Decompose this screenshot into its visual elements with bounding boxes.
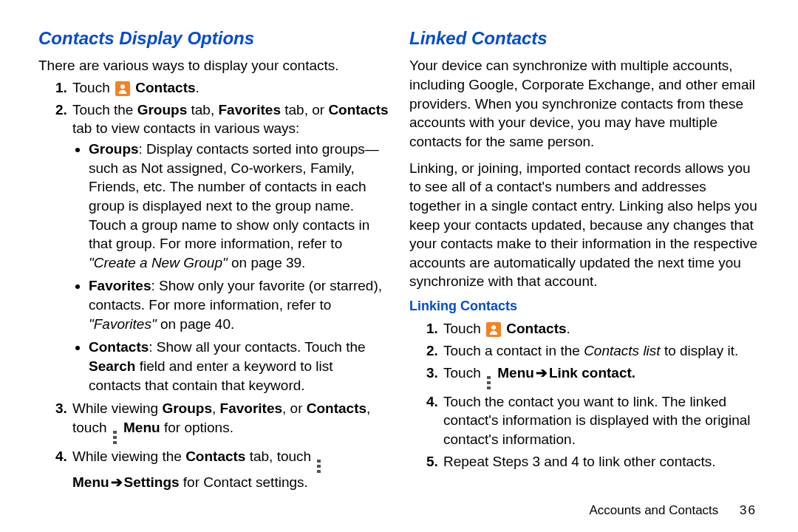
text: on page 40. — [157, 316, 235, 332]
text: tab to view contacts in various ways: — [72, 120, 299, 136]
groups-bold: Groups — [162, 400, 212, 416]
text: for options. — [160, 420, 233, 435]
menu-label: Menu — [497, 365, 534, 381]
text: While viewing — [72, 400, 162, 416]
text: Touch — [443, 321, 485, 336]
left-column: Contacts Display Options There are vario… — [38, 27, 389, 495]
text: , — [212, 400, 220, 416]
manual-page: Contacts Display Options There are vario… — [0, 0, 798, 532]
menu-icon — [113, 431, 117, 444]
linked-para-1: Your device can synchronize with multipl… — [409, 56, 760, 151]
two-column-layout: Contacts Display Options There are vario… — [38, 27, 760, 495]
intro-text: There are various ways to display your c… — [38, 56, 389, 75]
heading-linked-contacts: Linked Contacts — [409, 27, 760, 50]
text: tab, — [187, 102, 218, 117]
page-footer: Accounts and Contacts 36 — [38, 495, 760, 519]
right-step-3: Touch Menu➔Link contact. — [442, 364, 760, 389]
favorites-bold: Favorites — [220, 400, 282, 416]
menu-icon — [317, 460, 321, 473]
text: for Contact settings. — [180, 474, 308, 490]
menu-icon — [487, 376, 491, 389]
text: : Show all your contacts. Touch the — [149, 339, 365, 355]
contacts-label: Contacts — [135, 80, 195, 95]
menu-label: Menu — [123, 420, 160, 435]
settings-label: Settings — [124, 474, 180, 490]
svg-point-1 — [491, 326, 496, 330]
contacts-label: Contacts — [506, 321, 566, 336]
groups-bold: Groups — [89, 141, 139, 157]
ref-favorites: "Favorites" — [89, 316, 157, 332]
text: While viewing the — [72, 449, 185, 464]
text: to display it. — [661, 343, 739, 358]
contacts-bold: Contacts — [89, 339, 149, 355]
contacts-bold: Contacts — [185, 449, 245, 464]
right-steps: Touch Contacts. Touch a contact in the C… — [409, 319, 760, 471]
bullet-contacts: Contacts: Show all your contacts. Touch … — [89, 338, 389, 395]
text: tab, or — [281, 102, 328, 117]
contacts-icon — [486, 322, 501, 337]
text: Touch the — [72, 102, 137, 117]
groups-label: Groups — [137, 102, 188, 117]
right-step-5: Repeat Steps 3 and 4 to link other conta… — [442, 452, 760, 471]
search-bold: Search — [89, 358, 135, 374]
text: tab, touch — [245, 449, 315, 464]
text: : Display contacts sorted into groups—su… — [89, 141, 379, 251]
text: Touch — [72, 80, 114, 95]
linked-para-2: Linking, or joining, imported contact re… — [409, 159, 760, 291]
left-sub-bullets: Groups: Display contacts sorted into gro… — [72, 140, 389, 395]
left-step-4: While viewing the Contacts tab, touch Me… — [71, 447, 389, 492]
favorites-bold: Favorites — [89, 278, 151, 293]
left-step-3: While viewing Groups, Favorites, or Cont… — [71, 399, 389, 444]
contacts-list-italic: Contacts list — [584, 343, 660, 358]
text: Touch a contact in the — [443, 343, 584, 358]
text: . — [567, 321, 570, 336]
contacts-icon — [115, 81, 130, 96]
footer-section: Accounts and Contacts — [590, 503, 719, 517]
text: . — [196, 80, 200, 95]
subheading-linking-contacts: Linking Contacts — [409, 297, 760, 315]
bullet-groups: Groups: Display contacts sorted into gro… — [89, 140, 389, 272]
arrow-icon: ➔ — [111, 474, 123, 490]
right-step-4: Touch the contact you want to link. The … — [442, 392, 760, 449]
menu-label: Menu — [72, 474, 109, 490]
text: Touch — [443, 365, 485, 381]
text: on page 39. — [228, 255, 306, 270]
ref-create-group: "Create a New Group" — [89, 255, 228, 270]
contacts-bold: Contacts — [307, 400, 366, 416]
right-step-2: Touch a contact in the Contacts list to … — [442, 341, 760, 361]
bullet-favorites: Favorites: Show only your favorite (or s… — [89, 276, 389, 333]
left-step-2: Touch the Groups tab, Favorites tab, or … — [71, 100, 389, 395]
text: , or — [282, 400, 307, 416]
heading-contacts-display-options: Contacts Display Options — [38, 27, 389, 50]
page-number: 36 — [740, 503, 757, 517]
link-contact-label: Link contact. — [549, 365, 635, 381]
contacts-tab-label: Contacts — [328, 102, 388, 117]
svg-point-0 — [120, 84, 125, 89]
arrow-icon: ➔ — [536, 365, 548, 381]
left-steps: Touch Contacts. Touch the Groups tab, Fa… — [38, 78, 389, 492]
right-column: Linked Contacts Your device can synchron… — [409, 27, 760, 495]
favorites-label: Favorites — [218, 102, 280, 117]
left-step-1: Touch Contacts. — [71, 78, 389, 98]
right-step-1: Touch Contacts. — [442, 319, 760, 338]
